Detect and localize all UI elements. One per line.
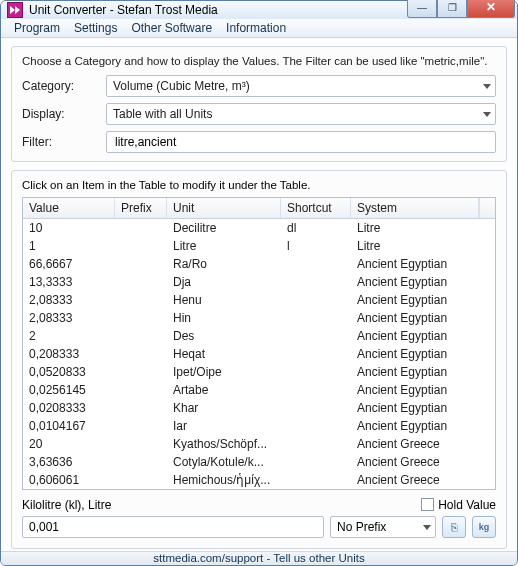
kg-button[interactable]: kg [472,516,496,538]
cell-value: 0,0208333 [23,398,115,418]
cell-system: Litre [351,236,495,256]
cell-system: Ancient Egyptian [351,362,495,382]
display-value: Table with all Units [113,107,212,121]
chevron-down-icon [483,84,491,89]
col-shortcut[interactable]: Shortcut [281,198,351,218]
cell-value: 0,208333 [23,344,115,364]
table-body[interactable]: 10DecilitredlLitre1LitrelLitre66,6667Ra/… [23,219,495,489]
col-prefix[interactable]: Prefix [115,198,167,218]
cell-value: 66,6667 [23,254,115,274]
app-window: Unit Converter - Stefan Trost Media — ❐ … [0,0,518,566]
cell-system: Ancient Greece [351,452,495,472]
client-area: Choose a Category and how to display the… [1,38,517,551]
cell-unit: Ipet/Oipe [167,362,281,382]
cell-prefix [115,351,167,357]
cell-shortcut [281,423,351,429]
table-row[interactable]: 10DecilitredlLitre [23,219,495,237]
hold-value-checkbox[interactable]: Hold Value [421,498,496,512]
menubar: Program Settings Other Software Informat… [1,19,517,38]
maximize-button[interactable]: ❐ [437,0,467,18]
cell-shortcut [281,315,351,321]
copy-button[interactable]: ⎘ [442,516,466,538]
cell-value: 2,08333 [23,290,115,310]
table-panel: Click on an Item in the Table to modify … [11,170,507,549]
cell-system: Ancient Greece [351,434,495,454]
cell-prefix [115,387,167,393]
table-row[interactable]: 0,606061Hemichous/ἡμίχ...Ancient Greece [23,471,495,489]
table-instruction: Click on an Item in the Table to modify … [22,179,496,191]
table-row[interactable]: 0,0520833Ipet/OipeAncient Egyptian [23,363,495,381]
table-row[interactable]: 0,0256145ArtabeAncient Egyptian [23,381,495,399]
filter-input-wrap[interactable] [106,131,496,153]
table-row[interactable]: 3,63636Cotyla/Kotule/k...Ancient Greece [23,453,495,471]
filter-input[interactable] [113,134,475,150]
cell-value: 1 [23,236,115,256]
cell-shortcut [281,405,351,411]
table-header: Value Prefix Unit Shortcut System [23,198,495,219]
menu-other-software[interactable]: Other Software [124,19,219,37]
cell-value: 2,08333 [23,308,115,328]
cell-system: Ancient Egyptian [351,308,495,328]
table-row[interactable]: 20Kyathos/Schöpf...Ancient Greece [23,435,495,453]
cell-system: Ancient Egyptian [351,290,495,310]
cell-unit: Heqat [167,344,281,364]
cell-unit: Hemichous/ἡμίχ... [167,470,281,489]
cell-value: 0,0104167 [23,416,115,436]
copy-icon: ⎘ [451,521,458,533]
display-label: Display: [22,107,106,121]
table-row[interactable]: 0,0104167IarAncient Egyptian [23,417,495,435]
value-input[interactable]: 0,001 [29,520,59,534]
cell-prefix [115,423,167,429]
cell-shortcut [281,333,351,339]
category-combo[interactable]: Volume (Cubic Metre, m³) [106,75,496,97]
display-combo[interactable]: Table with all Units [106,103,496,125]
cell-system: Ancient Egyptian [351,380,495,400]
cell-shortcut [281,351,351,357]
menu-settings[interactable]: Settings [67,19,124,37]
cell-shortcut [281,369,351,375]
cell-shortcut: l [281,236,351,256]
cell-prefix [115,459,167,465]
col-unit[interactable]: Unit [167,198,281,218]
cell-unit: Henu [167,290,281,310]
cell-unit: Kyathos/Schöpf... [167,434,281,454]
cell-prefix [115,405,167,411]
menu-information[interactable]: Information [219,19,293,37]
minimize-button[interactable]: — [407,0,437,18]
prefix-value: No Prefix [337,520,386,534]
kg-icon: kg [479,522,490,532]
table-row[interactable]: 66,6667Ra/RoAncient Egyptian [23,255,495,273]
window-buttons: — ❐ ✕ [407,0,515,18]
cell-value: 13,3333 [23,272,115,292]
close-button[interactable]: ✕ [467,0,515,18]
col-system[interactable]: System [351,198,479,218]
table-row[interactable]: 0,0208333KharAncient Egyptian [23,399,495,417]
cell-unit: Dja [167,272,281,292]
table-row[interactable]: 0,208333HeqatAncient Egyptian [23,345,495,363]
cell-unit: Cotyla/Kotule/k... [167,452,281,472]
cell-system: Ancient Egyptian [351,254,495,274]
prefix-combo[interactable]: No Prefix [330,516,436,538]
cell-unit: Iar [167,416,281,436]
value-input-wrap[interactable]: 0,001 [22,516,324,538]
table-row[interactable]: 13,3333DjaAncient Egyptian [23,273,495,291]
table-row[interactable]: 2DesAncient Egyptian [23,327,495,345]
cell-prefix [115,369,167,375]
cell-unit: Litre [167,236,281,256]
cell-value: 0,606061 [23,470,115,489]
options-panel: Choose a Category and how to display the… [11,46,507,162]
selected-unit-label: Kilolitre (kl), Litre [22,498,413,512]
cell-unit: Khar [167,398,281,418]
titlebar[interactable]: Unit Converter - Stefan Trost Media — ❐ … [1,1,517,19]
table-row[interactable]: 2,08333HenuAncient Egyptian [23,291,495,309]
cell-system: Ancient Egyptian [351,344,495,364]
cell-shortcut [281,459,351,465]
footer-text: sttmedia.com/support - Tell us other Uni… [153,552,364,564]
col-value[interactable]: Value [23,198,115,218]
menu-program[interactable]: Program [7,19,67,37]
table-row[interactable]: 2,08333HinAncient Egyptian [23,309,495,327]
table-row[interactable]: 1LitrelLitre [23,237,495,255]
category-label: Category: [22,79,106,93]
cell-shortcut [281,297,351,303]
statusbar[interactable]: sttmedia.com/support - Tell us other Uni… [1,551,517,565]
